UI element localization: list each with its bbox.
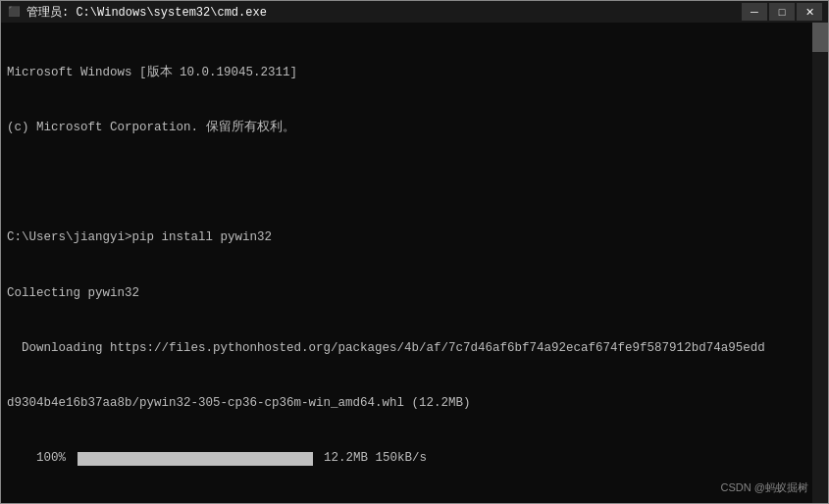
scrollbar[interactable]	[812, 23, 828, 503]
window-controls[interactable]: ─ □ ✕	[742, 3, 822, 21]
line-6: Downloading https://files.pythonhosted.o…	[7, 339, 822, 358]
scrollbar-thumb[interactable]	[812, 23, 828, 52]
title-bar-left: ⬛ 管理员: C:\Windows\system32\cmd.exe	[7, 4, 267, 21]
line-4: C:\Users\jiangyi>pip install pywin32	[7, 228, 822, 247]
window-path: C:\Windows\system32\cmd.exe	[76, 6, 266, 20]
title-text: 管理员: C:\Windows\system32\cmd.exe	[26, 4, 267, 21]
admin-label: 管理员:	[26, 6, 69, 20]
line-2: (c) Microsoft Corporation. 保留所有权利。	[7, 119, 822, 137]
close-button[interactable]: ✕	[797, 3, 822, 21]
line-3	[7, 174, 822, 192]
watermark: CSDN @蚂蚁掘树	[721, 479, 808, 496]
line-1: Microsoft Windows [版本 10.0.19045.2311]	[7, 64, 822, 82]
maximize-button[interactable]: □	[769, 3, 795, 21]
console-content: Microsoft Windows [版本 10.0.19045.2311] (…	[7, 26, 822, 503]
title-bar: ⬛ 管理员: C:\Windows\system32\cmd.exe ─ □ ✕	[1, 1, 828, 23]
line-5: Collecting pywin32	[7, 284, 822, 303]
console-area[interactable]: Microsoft Windows [版本 10.0.19045.2311] (…	[1, 23, 828, 503]
line-7: d9304b4e16b37aa8b/pywin32-305-cp36-cp36m…	[7, 394, 822, 413]
line-8: 100% 12.2MB 150kB/s	[7, 449, 822, 468]
cmd-window: ⬛ 管理员: C:\Windows\system32\cmd.exe ─ □ ✕…	[0, 0, 829, 504]
cmd-icon: ⬛	[7, 5, 21, 19]
minimize-button[interactable]: ─	[742, 3, 767, 21]
